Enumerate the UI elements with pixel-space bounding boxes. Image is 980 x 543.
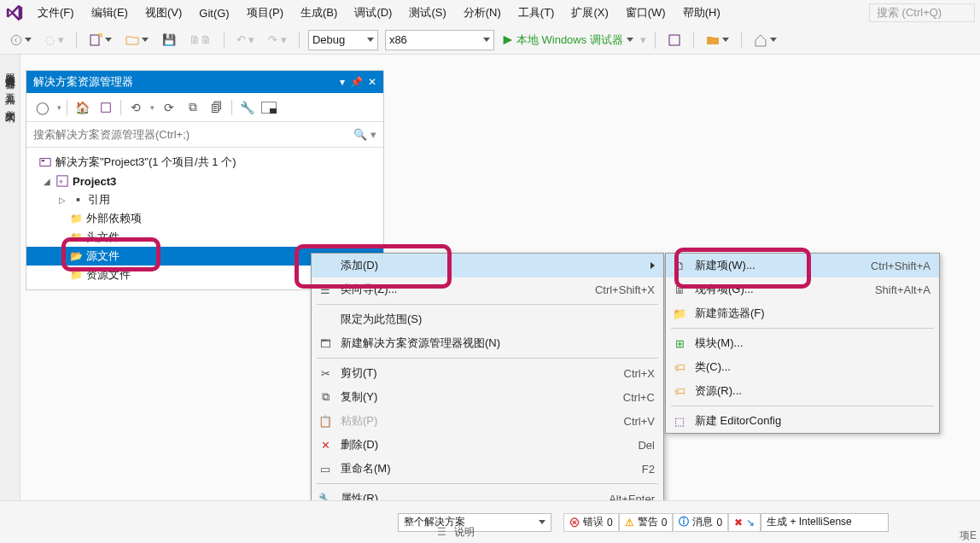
start-debug-button[interactable]: 本地 Windows 调试器 bbox=[501, 32, 633, 48]
undo-button[interactable]: ↶ ▾ bbox=[233, 29, 259, 51]
se-back-button[interactable]: ◯ bbox=[33, 98, 52, 117]
se-refresh-button[interactable]: ⟳ bbox=[160, 98, 178, 117]
redo-button[interactable]: ↷ ▾ bbox=[265, 29, 290, 51]
solution-explorer-search-input[interactable] bbox=[33, 128, 353, 141]
new-file-icon: 🗋 bbox=[671, 257, 688, 274]
left-tool-tabs: 服务器资源管理器 工具箱 文档大纲 bbox=[0, 55, 20, 516]
home-button[interactable] bbox=[750, 29, 780, 51]
save-button[interactable]: 💾 bbox=[159, 29, 179, 51]
ctx-module[interactable]: ⊞ 模块(M)... bbox=[666, 331, 939, 355]
panel-pin-button[interactable]: 📌 bbox=[350, 76, 363, 88]
menu-debug[interactable]: 调试(D) bbox=[351, 3, 395, 22]
tree-external-deps[interactable]: 📁 外部依赖项 bbox=[26, 209, 383, 228]
tab-doc-outline[interactable]: 文档大纲 bbox=[1, 98, 19, 108]
menu-build[interactable]: 生成(B) bbox=[297, 3, 341, 22]
ctx-delete[interactable]: ✕ 删除(D) Del bbox=[312, 433, 663, 457]
menu-tools[interactable]: 工具(T) bbox=[515, 3, 558, 22]
nav-fwd-button[interactable]: ◌ ▾ bbox=[42, 29, 67, 51]
save-all-button[interactable]: 🗎🗎 bbox=[186, 29, 215, 51]
delete-icon: ✕ bbox=[317, 436, 334, 453]
menu-file[interactable]: 文件(F) bbox=[34, 3, 78, 22]
module-icon: ⊞ bbox=[671, 335, 688, 352]
new-item-button[interactable] bbox=[85, 29, 115, 51]
ctx-copy-label: 复制(Y) bbox=[341, 389, 596, 405]
separator bbox=[317, 304, 658, 305]
warnings-label: 警告 bbox=[638, 515, 658, 529]
source-select[interactable]: 生成 + IntelliSense bbox=[761, 513, 889, 532]
ctx-delete-label: 删除(D) bbox=[341, 437, 610, 452]
menu-window[interactable]: 窗口(W) bbox=[622, 3, 669, 22]
tree-project[interactable]: ◢ + Project3 bbox=[26, 172, 383, 190]
config-select[interactable]: Debug bbox=[308, 30, 378, 50]
ctx-new-item[interactable]: 🗋 新建项(W)... Ctrl+Shift+A bbox=[666, 254, 939, 277]
ctx-class[interactable]: 🏷 类(C)... bbox=[666, 355, 939, 379]
menu-extensions[interactable]: 扩展(X) bbox=[568, 3, 611, 22]
ctx-new-view[interactable]: 🗔 新建解决方案资源管理器视图(N) bbox=[312, 331, 663, 355]
tree-root-solution[interactable]: 解决方案"Project3"(1 个项目/共 1 个) bbox=[26, 153, 383, 172]
start-debug-label: 本地 Windows 调试器 bbox=[516, 32, 623, 48]
platform-select[interactable]: x86 bbox=[385, 30, 494, 50]
ctx-existing-item[interactable]: 🗎 现有项(G)... Shift+Alt+A bbox=[666, 277, 939, 301]
menu-git[interactable]: Git(G) bbox=[195, 5, 232, 21]
ctx-class-wizard[interactable]: ☰ 类向导(Z)... Ctrl+Shift+X bbox=[312, 277, 663, 301]
ctx-add[interactable]: 添加(D) bbox=[312, 254, 663, 277]
ctx-resource[interactable]: 🏷 资源(R)... bbox=[666, 379, 939, 403]
se-collapse-button[interactable]: ⧉ bbox=[184, 98, 202, 117]
menu-test[interactable]: 测试(S) bbox=[405, 3, 449, 22]
platform-select-label: x86 bbox=[389, 33, 407, 46]
nav-back-button[interactable] bbox=[7, 29, 35, 51]
ctx-new-filter[interactable]: 📁 新建筛选器(F) bbox=[666, 301, 939, 325]
paste-icon: 📋 bbox=[317, 412, 334, 429]
open-button[interactable] bbox=[122, 29, 152, 51]
se-preview-button[interactable] bbox=[261, 102, 277, 114]
submenu-arrow-icon bbox=[650, 262, 655, 269]
menu-help[interactable]: 帮助(H) bbox=[680, 3, 724, 22]
list-icon: ☰ bbox=[317, 281, 334, 298]
ctx-copy[interactable]: ⧉ 复制(Y) Ctrl+C bbox=[312, 385, 663, 409]
ctx-editorconfig[interactable]: ⬚ 新建 EditorConfig bbox=[666, 409, 939, 433]
warnings-chip[interactable]: ⚠ 警告 0 bbox=[619, 513, 674, 532]
ctx-rename[interactable]: ▭ 重命名(M) F2 bbox=[312, 457, 663, 481]
ctx-new-filter-label: 新建筛选器(F) bbox=[695, 306, 930, 321]
messages-chip[interactable]: ⓘ 消息 0 bbox=[673, 513, 728, 532]
search-icon[interactable]: 🔍 ▾ bbox=[353, 128, 376, 141]
tree-references[interactable]: ▷ ▪️ 引用 bbox=[26, 190, 383, 209]
find-in-files-button[interactable] bbox=[664, 29, 685, 51]
solution-icon bbox=[38, 155, 52, 169]
ctx-new-view-label: 新建解决方案资源管理器视图(N) bbox=[341, 336, 655, 351]
class-icon: 🏷 bbox=[671, 359, 688, 376]
folder-icon: 📁 bbox=[69, 212, 83, 225]
description-header: ☰ 说明 bbox=[437, 525, 475, 540]
menu-project[interactable]: 项目(P) bbox=[243, 3, 287, 22]
blank-icon bbox=[317, 257, 334, 274]
errors-chip[interactable]: ⮾ 错误 0 bbox=[563, 513, 619, 532]
tab-toolbox[interactable]: 工具箱 bbox=[1, 82, 19, 91]
folder-view-button[interactable] bbox=[703, 29, 732, 51]
panel-close-button[interactable]: ✕ bbox=[368, 76, 376, 88]
ctx-scope[interactable]: 限定为此范围(S) bbox=[312, 307, 663, 331]
warnings-count: 0 bbox=[662, 517, 668, 528]
ctx-cut[interactable]: ✂ 剪切(T) Ctrl+X bbox=[312, 361, 663, 385]
solution-explorer-search-row: 🔍 ▾ bbox=[26, 122, 383, 148]
solution-explorer-title-bar: 解决方案资源管理器 ▾ 📌 ✕ bbox=[26, 71, 383, 93]
menu-analyze[interactable]: 分析(N) bbox=[460, 3, 505, 22]
expand-icon[interactable]: ▷ bbox=[57, 195, 67, 205]
messages-count: 0 bbox=[716, 517, 722, 528]
menu-edit[interactable]: 编辑(E) bbox=[88, 3, 131, 22]
global-search-input[interactable]: 搜索 (Ctrl+Q) bbox=[869, 3, 975, 22]
se-switcher-button[interactable] bbox=[96, 98, 115, 117]
ctx-add-label: 添加(D) bbox=[341, 258, 639, 273]
cut-icon: ✂ bbox=[317, 365, 334, 382]
ctx-rename-sc: F2 bbox=[642, 463, 655, 476]
se-show-all-button[interactable]: 🗐 bbox=[207, 98, 226, 117]
menu-view[interactable]: 视图(V) bbox=[142, 3, 185, 22]
ctx-cut-sc: Ctrl+X bbox=[624, 367, 655, 380]
se-home-button[interactable]: 🏠 bbox=[73, 98, 91, 117]
tab-server-explorer[interactable]: 服务器资源管理器 bbox=[1, 61, 19, 75]
expand-icon[interactable]: ◢ bbox=[42, 176, 52, 186]
clear-filter-chip[interactable]: ✖↘ bbox=[728, 513, 761, 532]
panel-dropdown-button[interactable]: ▾ bbox=[340, 76, 345, 88]
se-sync-button[interactable]: ⟲ bbox=[126, 98, 145, 117]
tree-headers[interactable]: 📁 头文件 bbox=[26, 228, 383, 247]
se-properties-button[interactable]: 🔧 bbox=[237, 98, 256, 117]
